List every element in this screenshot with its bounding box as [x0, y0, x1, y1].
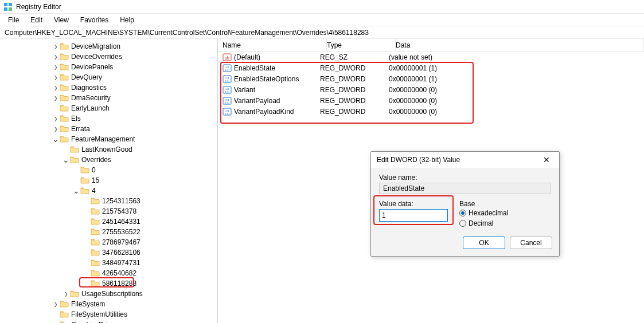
list-header[interactable]: Name Type Data: [218, 39, 644, 52]
value-row[interactable]: 011110VariantREG_DWORD0x00000000 (0): [218, 84, 644, 95]
tree-item[interactable]: ·3476628106: [0, 247, 217, 258]
folder-icon: [70, 290, 79, 298]
chevron-right-icon: ·: [83, 250, 91, 256]
chevron-right-icon[interactable]: ❯: [52, 75, 60, 80]
tree-item-label: DevQuery: [71, 73, 102, 81]
chevron-right-icon[interactable]: ❯: [52, 127, 60, 132]
svg-text:110: 110: [225, 69, 229, 72]
chevron-right-icon[interactable]: ❯: [52, 116, 60, 121]
tree-item[interactable]: ⌄4: [0, 186, 217, 196]
value-row[interactable]: 011110VariantPayloadREG_DWORD0x00000000 …: [218, 95, 644, 106]
menu-edit[interactable]: Edit: [25, 16, 48, 24]
tree-item-label: FileSystemUtilities: [71, 310, 127, 318]
col-type[interactable]: Type: [327, 39, 396, 51]
list-body: ab(Default)REG_SZ(value not set)011110En…: [218, 52, 644, 117]
dword-value-icon: 011110: [223, 85, 232, 94]
tree-item[interactable]: ❯DevQuery: [0, 72, 217, 82]
ok-button[interactable]: OK: [463, 237, 505, 249]
dialog-titlebar[interactable]: Edit DWORD (32-bit) Value ✕: [371, 152, 559, 168]
tree-item[interactable]: ·586118283: [0, 278, 217, 289]
value-name: Variant: [234, 86, 255, 94]
tree-item[interactable]: ❯Els: [0, 113, 217, 124]
menubar: File Edit View Favorites Help: [0, 14, 644, 26]
tree-item[interactable]: ·FileSystemUtilities: [0, 309, 217, 320]
tree-item[interactable]: ❯DeviceMigration: [0, 41, 217, 52]
tree-item[interactable]: ·1254311563: [0, 196, 217, 206]
close-icon[interactable]: ✕: [540, 153, 553, 167]
tree-item[interactable]: ·2755536522: [0, 227, 217, 237]
chevron-right-icon[interactable]: ❯: [52, 65, 60, 70]
tree-item-label: 15: [92, 176, 99, 184]
tree-item-label: FeatureManagement: [71, 135, 135, 143]
tree-pane[interactable]: ❯DeviceMigration❯DeviceOverrides❯DeviceP…: [0, 39, 218, 323]
menu-help[interactable]: Help: [114, 16, 140, 24]
tree-item-label: 2755536522: [102, 228, 140, 236]
address-bar[interactable]: Computer\HKEY_LOCAL_MACHINE\SYSTEM\Curre…: [0, 26, 644, 39]
tree-item[interactable]: ·EarlyLaunch: [0, 103, 217, 113]
chevron-right-icon[interactable]: ❯: [52, 302, 60, 307]
tree-item-label: 4: [92, 187, 96, 195]
tree-item[interactable]: ❯Errata: [0, 124, 217, 134]
tree-item[interactable]: ❯UsageSubscriptions: [0, 289, 217, 299]
svg-text:110: 110: [225, 112, 229, 115]
tree-item[interactable]: ·426540682: [0, 268, 217, 278]
folder-icon: [60, 42, 69, 50]
chevron-right-icon[interactable]: ❯: [52, 85, 60, 90]
chevron-right-icon: ·: [52, 105, 60, 112]
tree-item[interactable]: ❯DevicePanels: [0, 62, 217, 72]
menu-favorites[interactable]: Favorites: [75, 16, 114, 24]
radio-hex-label: Hexadecimal: [469, 209, 508, 217]
chevron-right-icon: ·: [72, 167, 80, 174]
tree-item[interactable]: ❯GraphicsDrivers: [0, 320, 217, 323]
chevron-down-icon[interactable]: ⌄: [52, 136, 60, 142]
chevron-right-icon[interactable]: ❯: [52, 54, 60, 60]
tree-item[interactable]: ·3484974731: [0, 258, 217, 268]
chevron-right-icon[interactable]: ❯: [62, 292, 70, 297]
tree-item[interactable]: ·2786979467: [0, 237, 217, 247]
value-data-label: Value data:: [379, 200, 448, 208]
col-name[interactable]: Name: [218, 39, 327, 51]
chevron-right-icon[interactable]: ❯: [52, 96, 60, 101]
chevron-right-icon[interactable]: ❯: [52, 44, 60, 49]
value-type: REG_SZ: [320, 53, 389, 61]
cancel-button[interactable]: Cancel: [510, 237, 552, 249]
folder-icon: [91, 197, 100, 205]
tree-item[interactable]: ⌄FeatureManagement: [0, 134, 217, 144]
chevron-down-icon[interactable]: ⌄: [72, 188, 80, 194]
tree-item[interactable]: ·2451464331: [0, 216, 217, 227]
tree-item[interactable]: ❯FileSystem: [0, 299, 217, 309]
value-row[interactable]: 011110VariantPayloadKindREG_DWORD0x00000…: [218, 106, 644, 117]
tree-item[interactable]: ·15: [0, 175, 217, 186]
folder-icon: [60, 300, 69, 308]
menu-file[interactable]: File: [2, 16, 25, 24]
tree-item-label: 1254311563: [102, 197, 140, 205]
col-data[interactable]: Data: [396, 39, 644, 51]
value-row[interactable]: 011110EnabledStateREG_DWORD0x00000001 (1…: [218, 62, 644, 73]
chevron-down-icon[interactable]: ⌄: [62, 157, 70, 163]
tree-item-label: DeviceOverrides: [71, 53, 122, 61]
value-type: REG_DWORD: [320, 86, 389, 94]
radio-dec[interactable]: Decimal: [459, 219, 508, 227]
tree-item[interactable]: ❯DmaSecurity: [0, 93, 217, 103]
folder-icon: [91, 269, 100, 277]
tree-item[interactable]: ❯Diagnostics: [0, 82, 217, 93]
radio-dec-label: Decimal: [469, 219, 493, 227]
folder-icon: [70, 156, 79, 164]
tree-item-label: DmaSecurity: [71, 94, 111, 102]
tree-item-label: DevicePanels: [71, 63, 113, 71]
value-row[interactable]: ab(Default)REG_SZ(value not set): [218, 52, 644, 62]
tree-item[interactable]: ❯DeviceOverrides: [0, 52, 217, 62]
tree-item[interactable]: ·LastKnownGood: [0, 144, 217, 155]
tree-item[interactable]: ·0: [0, 165, 217, 175]
radio-hex[interactable]: Hexadecimal: [459, 209, 508, 217]
folder-icon: [60, 53, 69, 61]
menu-view[interactable]: View: [48, 16, 75, 24]
value-data-input[interactable]: [379, 209, 448, 222]
tree-item[interactable]: ⌄Overrides: [0, 155, 217, 165]
folder-icon: [60, 125, 69, 133]
tree-item[interactable]: ·215754378: [0, 206, 217, 216]
tree-item-label: UsageSubscriptions: [81, 290, 143, 298]
folder-icon: [91, 228, 100, 236]
value-row[interactable]: 011110EnabledStateOptionsREG_DWORD0x0000…: [218, 73, 644, 84]
value-data: (value not set): [389, 53, 644, 61]
